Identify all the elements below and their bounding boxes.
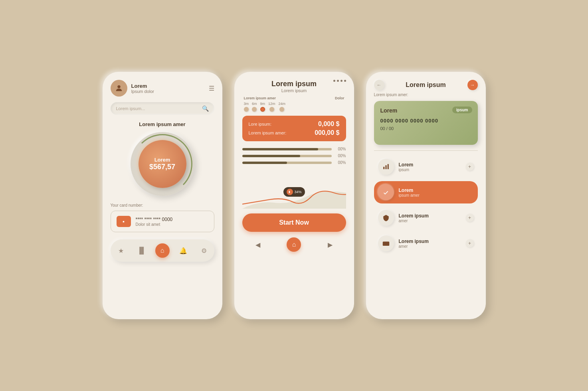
card-sub-text: Dolor sit amet [136,222,173,227]
phone-3: ← Lorem ipsum → Lorem ipsum amer: Lorem … [366,72,486,319]
menu-item-1[interactable]: Lorem ipsum amer [374,181,478,203]
time-group-label: Lorem ipsum amer [244,96,286,100]
divider [374,150,478,151]
phone2-title: Lorem ipsum [242,80,346,88]
gauge-ring [133,134,192,194]
time-opt-6m[interactable]: 6m [252,102,257,112]
search-icon[interactable]: 🔍 [202,105,209,112]
dolor-group: Dolor [335,96,344,102]
progress-row-3: 00% [242,160,346,165]
user-info: Lorem Ipsum dolor [131,83,209,94]
back-arrow[interactable]: ← [374,80,384,90]
progress-pct-2: 00% [335,154,346,158]
nav-item-chart[interactable]: ▐▌ [135,243,149,258]
search-bar[interactable]: Lorem ipsum... 🔍 [111,102,214,115]
menu-title-3: Lorem ipsum [399,239,461,244]
phone1-header: Lorem Ipsum dolor ☰ [111,80,214,97]
stats-value2: 000,00 $ [315,129,339,136]
phone2-bottom-nav: ◀ ⌂ ▶ [242,237,346,252]
svg-rect-1 [383,167,384,169]
search-placeholder: Lorem ipsum... [116,106,145,111]
menu-item-3[interactable]: Lorem ipsum amer + [374,232,478,255]
menu-sub-1: ipsum amer [399,193,474,197]
time-opt-24m[interactable]: 24m [279,102,286,112]
credit-card-expiry: 00 / 00 [380,126,471,131]
progress-row-2: 00% [242,154,346,158]
progress-bar-2-bg [242,155,332,157]
nav-item-home[interactable]: ⌂ [155,243,170,258]
forward-arrow[interactable]: → [467,80,478,90]
phone3-title: Lorem ipsum [406,81,445,89]
progress-bar-1-bg [242,148,332,150]
menu-title-1: Lorem [399,188,474,193]
nav-item-settings[interactable]: ⚙ [197,243,211,258]
card-number: **** **** **** 0000 [136,217,173,222]
start-now-button[interactable]: Start Now [242,213,346,232]
menu-sub-2: amer [399,219,461,223]
credit-card-number: 0000 0000 0000 0000 [380,118,471,124]
phone3-sub-label: Lorem ipsum amer: [374,93,478,97]
menu-plus-0[interactable]: + [466,163,474,171]
menu-icon-chart [378,159,394,175]
card-section-label: Your card number: [111,203,214,207]
nav-item-star[interactable]: ★ [114,243,128,258]
card-info: **** **** **** 0000 Dolor sit amet [136,217,173,227]
menu-plus-2[interactable]: + [466,214,474,222]
stats-label1: Lore ipsum: [249,122,271,126]
menu-sub-0: ipsum [399,168,461,172]
time-selector: Lorem ipsum amer 3m 6m 9m 1 [242,96,346,112]
gauge-section-label: Lorem ipsum amer [111,121,214,127]
svg-point-0 [117,85,120,88]
toggle-indicator: ▮ 34% [283,187,305,197]
dolor-label: Dolor [335,96,344,100]
phone-2: Lorem ipsum Lorem ipsum Lorem ipsum amer… [234,72,354,319]
menu-icon-shield [378,210,394,226]
gauge-outer: Lorem $567,57 [131,132,194,196]
stats-label2: Lorem ipsum amer: [249,130,287,135]
p2-nav-forward[interactable]: ▶ [328,241,333,249]
menu-item-2[interactable]: Lorem ipsum amer + [374,207,478,229]
phones-container: Lorem Ipsum dolor ☰ Lorem ipsum... 🔍 Lor… [103,72,486,319]
menu-icon-check [378,184,394,200]
progress-section: 00% 00% 00% [242,147,346,165]
credit-card-badge: ipsum [452,107,472,113]
time-options: 3m 6m 9m 12m [244,102,286,112]
toggle-value: 34% [294,190,301,194]
menu-item-0[interactable]: Lorem ipsum + [374,156,478,178]
avatar [111,80,127,97]
time-opt-9m[interactable]: 9m [260,102,265,112]
svg-rect-3 [387,164,388,169]
menu-text-1: Lorem ipsum amer [399,188,474,197]
menu-text-3: Lorem ipsum amer [399,239,461,249]
menu-text-0: Lorem ipsum [399,162,461,172]
gauge-container: Lorem $567,57 [111,132,214,196]
progress-fill-3 [242,162,287,164]
progress-fill-1 [242,148,318,150]
toggle-circle: ▮ [286,189,293,195]
card-display[interactable]: ▪ **** **** **** 0000 Dolor sit amet [111,211,214,232]
stats-value1: 0,000 $ [318,120,339,128]
nav-item-bell[interactable]: 🔔 [176,243,190,258]
menu-plus-3[interactable]: + [466,239,474,247]
phone2-header: Lorem ipsum Lorem ipsum [242,80,346,93]
menu-text-2: Lorem ipsum amer [399,213,461,223]
user-subtitle: Ipsum dolor [131,89,209,94]
time-group: Lorem ipsum amer 3m 6m 9m 1 [244,96,286,112]
time-opt-12m[interactable]: 12m [268,102,275,112]
stats-row1: Lore ipsum: 0,000 $ [249,120,340,128]
menu-title-2: Lorem ipsum [399,213,461,219]
menu-sub-3: amer [399,244,461,249]
bottom-nav: ★ ▐▌ ⌂ 🔔 ⚙ [111,239,214,262]
p2-nav-back[interactable]: ◀ [255,241,260,249]
menu-icon[interactable]: ☰ [209,85,214,92]
time-opt-3m[interactable]: 3m [244,102,249,112]
phone3-nav-row: ← Lorem ipsum → [374,80,478,90]
svg-rect-4 [382,242,389,246]
chart-area: ▮ 34% [242,169,346,209]
p2-nav-home[interactable]: ⌂ [287,237,301,252]
dots-icon [333,80,346,82]
menu-title-0: Lorem [399,162,461,168]
progress-row-1: 00% [242,147,346,151]
phone-1: Lorem Ipsum dolor ☰ Lorem ipsum... 🔍 Lor… [103,72,222,319]
phone2-subtitle: Lorem ipsum [242,88,346,93]
